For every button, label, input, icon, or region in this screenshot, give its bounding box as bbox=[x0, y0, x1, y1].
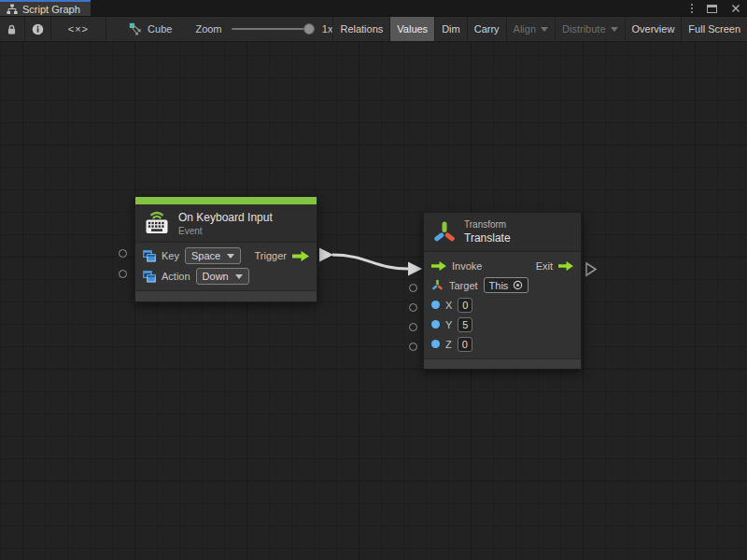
context-object-label: Cube bbox=[148, 23, 172, 35]
port-label-trigger: Trigger bbox=[255, 250, 287, 261]
node-on-keyboard-input[interactable]: On Keyboard Input Event Key Space Trigge… bbox=[134, 196, 317, 302]
port-label-z: Z bbox=[445, 339, 452, 350]
port-label-target: Target bbox=[449, 280, 478, 291]
value-port-dot bbox=[431, 301, 440, 309]
tab-title: Script Graph bbox=[22, 4, 80, 15]
port-label-key: Key bbox=[162, 250, 179, 261]
window-menu-icon[interactable] bbox=[691, 4, 693, 13]
node-titles: Transform Translate bbox=[464, 219, 511, 245]
zoom-label: Zoom bbox=[195, 17, 221, 41]
carry-button[interactable]: Carry bbox=[467, 17, 506, 41]
port-label-y: Y bbox=[445, 319, 452, 330]
action-input-port[interactable] bbox=[119, 270, 127, 278]
node-titles: On Keyboard Input Event bbox=[178, 211, 273, 236]
value-port-dot bbox=[431, 340, 440, 348]
node-footer-strip bbox=[135, 290, 317, 301]
chevron-down-icon bbox=[235, 274, 243, 279]
chevron-down-icon bbox=[227, 254, 234, 259]
align-dropdown-button[interactable]: Align bbox=[506, 17, 555, 41]
transform-mini-icon bbox=[431, 279, 444, 291]
info-icon bbox=[32, 23, 44, 35]
port-row-invoke: Invoke Exit bbox=[424, 256, 581, 275]
window-controls bbox=[691, 0, 740, 17]
script-graph-asset-icon bbox=[129, 22, 142, 35]
tab-bar: Script Graph bbox=[0, 0, 747, 17]
transform-icon bbox=[432, 220, 457, 245]
toolbar-toggle-group: Relations Values Dim Carry Align Distrib… bbox=[332, 17, 747, 41]
action-dropdown[interactable]: Down bbox=[196, 268, 249, 285]
trigger-flow-arrow-icon[interactable] bbox=[292, 251, 309, 261]
exit-flow-arrow-icon[interactable] bbox=[558, 261, 573, 271]
node-translate[interactable]: Transform Translate Invoke Exit bbox=[423, 212, 582, 370]
value-port-dot bbox=[431, 320, 440, 329]
enum-windows-icon bbox=[143, 250, 156, 262]
lock-button[interactable] bbox=[0, 17, 25, 41]
zoom-slider-handle[interactable] bbox=[303, 23, 315, 35]
invoke-flow-arrow-icon[interactable] bbox=[431, 261, 446, 271]
overview-button[interactable]: Overview bbox=[625, 17, 682, 41]
port-label-action: Action bbox=[162, 271, 190, 282]
node-subtitle: Event bbox=[178, 226, 273, 236]
x-value-field[interactable]: 0 bbox=[458, 298, 472, 313]
chevron-down-icon bbox=[541, 27, 548, 32]
relations-button[interactable]: Relations bbox=[332, 17, 389, 41]
node-body: Invoke Exit Target This bbox=[424, 252, 581, 356]
close-icon[interactable] bbox=[731, 4, 740, 13]
port-label-invoke: Invoke bbox=[452, 260, 482, 272]
event-accent-bar bbox=[135, 197, 317, 204]
code-icon: <×> bbox=[68, 23, 89, 35]
preview-code-button[interactable]: <×> bbox=[51, 17, 107, 41]
enum-windows-icon bbox=[143, 271, 156, 283]
port-label-x: X bbox=[445, 300, 452, 311]
zoom-slider[interactable] bbox=[232, 17, 315, 41]
graph-toolbar: <×> Cube Zoom 1x Relations Values Dim Ca… bbox=[0, 17, 747, 42]
x-input-port[interactable] bbox=[409, 303, 417, 312]
keyboard-input-icon bbox=[143, 210, 171, 236]
target-input-port[interactable] bbox=[409, 284, 417, 292]
target-object-field[interactable]: This bbox=[484, 277, 529, 293]
tab-script-graph[interactable]: Script Graph bbox=[0, 0, 91, 16]
z-input-port[interactable] bbox=[409, 343, 417, 351]
port-row-action: Action Down bbox=[135, 266, 317, 287]
port-row-y: Y 5 bbox=[424, 315, 581, 334]
port-row-z: Z 0 bbox=[424, 334, 581, 354]
script-graph-window: { "window": { "tab_title": "Script Graph… bbox=[0, 0, 747, 560]
y-value-field[interactable]: 5 bbox=[458, 317, 472, 332]
node-title: Translate bbox=[464, 231, 511, 245]
key-input-port[interactable] bbox=[119, 249, 127, 258]
port-row-x: X 0 bbox=[424, 295, 581, 315]
port-label-exit: Exit bbox=[536, 260, 553, 272]
maximize-icon[interactable] bbox=[707, 5, 717, 13]
graph-context[interactable]: Cube bbox=[129, 17, 172, 41]
y-input-port[interactable] bbox=[409, 323, 417, 331]
node-title: On Keyboard Input bbox=[178, 211, 273, 224]
key-dropdown[interactable]: Space bbox=[185, 247, 241, 264]
zoom-value: 1x bbox=[322, 17, 333, 41]
node-header[interactable]: On Keyboard Input Event bbox=[135, 204, 317, 243]
zoom-slider-track[interactable] bbox=[232, 28, 315, 30]
node-body: Key Space Trigger Action D bbox=[135, 243, 317, 288]
inspector-button[interactable] bbox=[25, 17, 51, 41]
graph-hierarchy-icon bbox=[7, 4, 18, 15]
object-picker-icon[interactable] bbox=[513, 280, 523, 290]
values-button[interactable]: Values bbox=[389, 17, 434, 41]
port-row-target: Target This bbox=[424, 275, 581, 295]
distribute-dropdown-button[interactable]: Distribute bbox=[555, 17, 624, 41]
node-category: Transform bbox=[464, 219, 511, 230]
port-row-key: Key Space Trigger bbox=[135, 245, 317, 266]
fullscreen-button[interactable]: Full Screen bbox=[681, 17, 747, 41]
chevron-down-icon bbox=[611, 27, 618, 32]
lock-icon bbox=[6, 23, 18, 35]
z-value-field[interactable]: 0 bbox=[458, 337, 472, 352]
node-footer-strip bbox=[424, 358, 581, 369]
node-header[interactable]: Transform Translate bbox=[424, 213, 581, 252]
graph-canvas[interactable] bbox=[0, 42, 747, 560]
dim-button[interactable]: Dim bbox=[434, 17, 467, 41]
